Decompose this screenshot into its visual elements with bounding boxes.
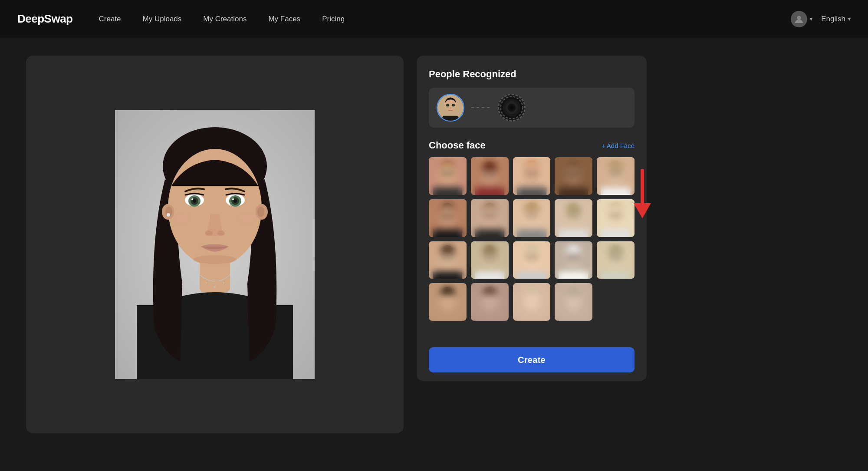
face-card-1[interactable]	[429, 157, 467, 195]
svg-rect-91	[559, 229, 589, 237]
nav-pricing[interactable]: Pricing	[322, 15, 345, 23]
svg-point-32	[239, 213, 256, 224]
svg-rect-56	[475, 187, 504, 194]
svg-point-94	[610, 214, 615, 217]
face-card-8[interactable]	[513, 199, 551, 237]
main-content: People Recognized	[0, 38, 868, 471]
svg-point-30	[193, 255, 237, 264]
svg-point-27	[167, 213, 170, 217]
svg-point-105	[491, 256, 495, 259]
svg-point-65	[575, 172, 579, 175]
face-card-12[interactable]	[471, 241, 509, 279]
svg-point-64	[569, 172, 572, 175]
user-chevron-icon: ▾	[810, 16, 812, 22]
svg-rect-71	[601, 187, 631, 194]
svg-rect-66	[559, 187, 589, 194]
svg-point-49	[442, 171, 447, 175]
svg-point-85	[533, 214, 537, 217]
language-selector[interactable]: English ▾	[821, 15, 851, 23]
svg-point-29	[257, 207, 264, 217]
face-card-9[interactable]	[555, 199, 592, 237]
svg-point-115	[575, 256, 579, 259]
nav-creations[interactable]: My Creations	[203, 15, 247, 23]
svg-point-58	[523, 163, 541, 185]
svg-point-89	[568, 214, 572, 217]
svg-marker-34	[634, 203, 651, 218]
svg-point-23	[205, 231, 213, 236]
svg-point-84	[526, 214, 530, 217]
svg-rect-124	[471, 283, 509, 321]
svg-rect-52	[471, 157, 509, 195]
svg-point-7	[214, 286, 216, 288]
svg-rect-116	[559, 271, 589, 279]
svg-rect-72	[429, 199, 467, 237]
svg-point-50	[449, 171, 453, 175]
svg-rect-40	[442, 116, 459, 121]
face-card-13[interactable]	[513, 241, 551, 279]
svg-point-73	[439, 206, 456, 227]
choose-face-title: Choose face	[429, 140, 486, 151]
svg-rect-92	[597, 199, 635, 237]
nav-create[interactable]: Create	[99, 15, 121, 23]
header: DeepSwap Create My Uploads My Creations …	[0, 0, 868, 38]
svg-point-17	[191, 198, 193, 200]
face-card-16[interactable]	[429, 283, 467, 321]
face-card-4[interactable]	[555, 157, 592, 195]
svg-rect-122	[429, 283, 467, 321]
face-card-14[interactable]	[555, 241, 592, 279]
svg-rect-117	[597, 241, 635, 279]
create-button-wrapper: Create	[429, 340, 635, 381]
svg-point-37	[446, 104, 450, 107]
face-card-3[interactable]	[513, 157, 551, 195]
source-face-thumb[interactable]	[437, 94, 464, 122]
face-card-18[interactable]	[513, 283, 551, 321]
svg-rect-101	[433, 271, 463, 279]
svg-point-68	[607, 163, 624, 184]
svg-rect-67	[597, 157, 635, 195]
svg-point-98	[439, 247, 456, 268]
right-panel: People Recognized	[417, 56, 647, 381]
face-card-10[interactable]	[597, 199, 635, 237]
face-card-15[interactable]	[597, 241, 635, 279]
svg-rect-121	[601, 271, 631, 279]
nav-uploads[interactable]: My Uploads	[143, 15, 182, 23]
svg-point-46	[510, 105, 513, 109]
add-face-button[interactable]: + Add Face	[602, 142, 635, 149]
svg-rect-51	[433, 187, 463, 194]
svg-rect-128	[555, 283, 592, 321]
face-card-2[interactable]	[471, 157, 509, 195]
svg-point-38	[452, 104, 455, 107]
face-card-17[interactable]	[471, 283, 509, 321]
svg-point-21	[233, 199, 237, 203]
choose-face-header: Choose face + Add Face	[429, 140, 635, 151]
svg-point-75	[449, 214, 453, 217]
svg-point-59	[526, 171, 530, 175]
logo: DeepSwap	[17, 12, 73, 26]
svg-point-39	[450, 108, 451, 109]
svg-rect-126	[513, 283, 551, 321]
avatar	[791, 11, 807, 27]
svg-point-129	[566, 290, 582, 311]
face-card-19[interactable]	[555, 283, 592, 321]
face-card-6[interactable]	[429, 199, 467, 237]
svg-rect-57	[513, 157, 551, 195]
face-card-7[interactable]	[471, 199, 509, 237]
create-button[interactable]: Create	[429, 347, 635, 372]
svg-point-125	[481, 289, 498, 311]
svg-point-108	[523, 247, 541, 269]
user-menu[interactable]: ▾	[791, 11, 812, 27]
face-card-11[interactable]	[429, 241, 467, 279]
target-face-slot[interactable]	[498, 94, 526, 122]
svg-point-104	[484, 256, 489, 259]
recognized-title: People Recognized	[429, 69, 635, 80]
face-grid	[429, 157, 635, 325]
svg-point-9	[223, 282, 224, 283]
nav-faces[interactable]: My Faces	[268, 15, 300, 23]
svg-point-53	[481, 164, 498, 185]
face-card-5[interactable]	[597, 157, 635, 195]
nav: Create My Uploads My Creations My Faces …	[99, 15, 791, 23]
recognized-box	[429, 88, 635, 128]
svg-rect-111	[517, 271, 546, 279]
svg-point-74	[442, 214, 447, 217]
svg-point-16	[193, 199, 196, 203]
